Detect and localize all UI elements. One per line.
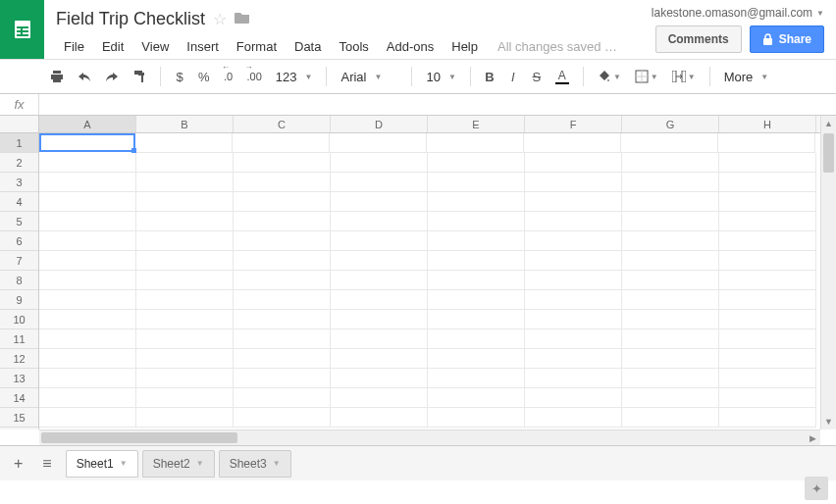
- cell-D6[interactable]: [331, 231, 428, 251]
- print-button[interactable]: [44, 65, 70, 88]
- cell-C9[interactable]: [234, 290, 331, 310]
- cell-G14[interactable]: [622, 388, 719, 408]
- borders-button[interactable]: ▼: [629, 65, 664, 88]
- column-header-D[interactable]: D: [331, 116, 428, 132]
- menu-view[interactable]: View: [133, 37, 177, 56]
- cell-F3[interactable]: [525, 173, 622, 192]
- column-header-B[interactable]: B: [136, 116, 234, 132]
- cell-B3[interactable]: [136, 173, 234, 192]
- cell-D4[interactable]: [331, 192, 428, 212]
- cell-A1[interactable]: [39, 133, 135, 152]
- sheet-tab-sheet2[interactable]: Sheet2▼: [142, 450, 215, 478]
- vertical-scroll-thumb[interactable]: [823, 133, 834, 173]
- cell-D8[interactable]: [331, 271, 428, 290]
- cell-F7[interactable]: [525, 251, 622, 271]
- cell-E13[interactable]: [428, 369, 525, 388]
- cell-A3[interactable]: [39, 173, 136, 192]
- scroll-down-icon[interactable]: ▼: [821, 414, 836, 429]
- horizontal-scroll-thumb[interactable]: [41, 432, 237, 443]
- cell-D15[interactable]: [331, 408, 428, 428]
- cell-D12[interactable]: [331, 349, 428, 369]
- cell-D9[interactable]: [331, 290, 428, 310]
- cell-A12[interactable]: [39, 349, 136, 369]
- cell-C2[interactable]: [234, 153, 331, 173]
- star-icon[interactable]: ☆: [213, 10, 227, 28]
- menu-help[interactable]: Help: [444, 37, 486, 56]
- scroll-right-icon[interactable]: ▶: [805, 430, 820, 445]
- cell-G4[interactable]: [622, 192, 719, 212]
- cell-G5[interactable]: [622, 212, 719, 231]
- cell-C3[interactable]: [234, 173, 331, 192]
- menu-insert[interactable]: Insert: [179, 37, 227, 56]
- cell-F13[interactable]: [525, 369, 622, 388]
- cell-D11[interactable]: [331, 329, 428, 349]
- scroll-up-icon[interactable]: ▲: [821, 116, 836, 131]
- column-header-F[interactable]: F: [525, 116, 622, 132]
- column-header-A[interactable]: A: [39, 116, 136, 132]
- cell-F6[interactable]: [525, 231, 622, 251]
- paint-format-button[interactable]: [127, 65, 152, 88]
- cell-C14[interactable]: [234, 388, 331, 408]
- bold-button[interactable]: B: [479, 65, 500, 88]
- cell-B7[interactable]: [136, 251, 234, 271]
- cell-E14[interactable]: [428, 388, 525, 408]
- merge-button[interactable]: ▼: [666, 65, 702, 88]
- cell-F1[interactable]: [524, 133, 621, 153]
- row-header-13[interactable]: 13: [0, 369, 38, 388]
- italic-button[interactable]: I: [502, 65, 524, 88]
- document-title[interactable]: Field Trip Checklist: [56, 9, 205, 29]
- cell-H7[interactable]: [719, 251, 816, 271]
- cell-B5[interactable]: [136, 212, 234, 231]
- cell-D7[interactable]: [331, 251, 428, 271]
- increase-decimal-button[interactable]: →.00: [241, 65, 268, 88]
- cell-G2[interactable]: [622, 153, 719, 173]
- cell-F8[interactable]: [525, 271, 622, 290]
- menu-addons[interactable]: Add-ons: [379, 37, 442, 56]
- cell-A7[interactable]: [39, 251, 136, 271]
- cell-C11[interactable]: [234, 329, 331, 349]
- cell-G11[interactable]: [622, 329, 719, 349]
- row-header-12[interactable]: 12: [0, 349, 38, 369]
- row-header-1[interactable]: 1: [0, 133, 38, 153]
- cell-G12[interactable]: [622, 349, 719, 369]
- row-header-14[interactable]: 14: [0, 388, 38, 408]
- cell-C13[interactable]: [234, 369, 331, 388]
- cell-G9[interactable]: [622, 290, 719, 310]
- cell-A2[interactable]: [39, 153, 136, 173]
- share-button[interactable]: Share: [750, 25, 824, 53]
- cell-B10[interactable]: [136, 310, 234, 329]
- cell-E4[interactable]: [428, 192, 525, 212]
- row-header-9[interactable]: 9: [0, 290, 38, 310]
- cell-H9[interactable]: [719, 290, 816, 310]
- cell-D14[interactable]: [331, 388, 428, 408]
- add-sheet-button[interactable]: +: [8, 451, 28, 477]
- cell-C12[interactable]: [234, 349, 331, 369]
- cell-D13[interactable]: [331, 369, 428, 388]
- row-header-6[interactable]: 6: [0, 231, 38, 251]
- cell-E9[interactable]: [428, 290, 525, 310]
- cell-B2[interactable]: [136, 153, 234, 173]
- decrease-decimal-button[interactable]: ←.0: [218, 65, 239, 88]
- cell-H10[interactable]: [719, 310, 816, 329]
- undo-button[interactable]: [72, 65, 97, 88]
- cell-A8[interactable]: [39, 271, 136, 290]
- cell-C4[interactable]: [234, 192, 331, 212]
- sheet-tab-sheet3[interactable]: Sheet3▼: [219, 450, 291, 478]
- cell-F9[interactable]: [525, 290, 622, 310]
- vertical-scrollbar[interactable]: ▲ ▼: [820, 116, 836, 429]
- cell-C7[interactable]: [234, 251, 331, 271]
- comments-button[interactable]: Comments: [655, 25, 742, 53]
- cell-H5[interactable]: [719, 212, 816, 231]
- row-header-8[interactable]: 8: [0, 271, 38, 290]
- cell-F10[interactable]: [525, 310, 622, 329]
- cell-H4[interactable]: [719, 192, 816, 212]
- cell-E10[interactable]: [428, 310, 525, 329]
- cell-B4[interactable]: [136, 192, 234, 212]
- cell-B14[interactable]: [136, 388, 234, 408]
- cell-D2[interactable]: [331, 153, 428, 173]
- cell-B1[interactable]: [135, 133, 233, 153]
- menu-data[interactable]: Data: [287, 37, 329, 56]
- cell-A11[interactable]: [39, 329, 136, 349]
- cell-C8[interactable]: [234, 271, 331, 290]
- number-format-select[interactable]: 123▼: [270, 68, 319, 86]
